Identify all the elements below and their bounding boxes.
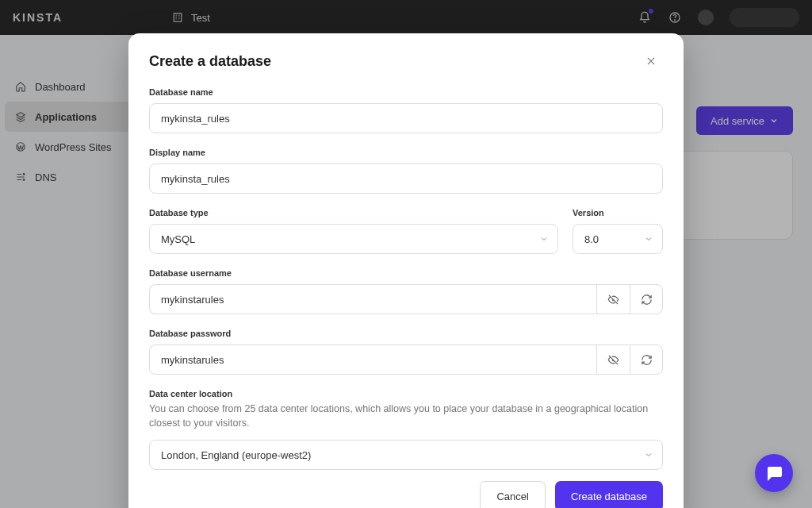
display-name-input[interactable] [149,164,663,194]
modal-title: Create a database [149,53,271,70]
create-database-button[interactable]: Create database [555,481,663,508]
username-input[interactable] [149,284,596,314]
version-select[interactable] [573,224,663,254]
label-username: Database username [149,268,663,278]
location-description: You can choose from 25 data center locat… [149,402,663,430]
visibility-toggle[interactable] [596,284,630,314]
regenerate-button[interactable] [630,344,663,375]
chat-launcher[interactable] [755,454,793,492]
regenerate-button[interactable] [630,284,663,314]
chat-icon [764,464,783,483]
visibility-toggle[interactable] [596,344,630,375]
refresh-icon [641,354,653,366]
label-version: Version [573,208,663,217]
eye-off-icon [607,294,619,306]
create-database-modal: Create a database Database name Display … [128,33,684,508]
password-input[interactable] [149,344,596,375]
database-type-select[interactable] [149,224,558,254]
close-icon [645,56,657,67]
label-db-type: Database type [149,208,558,217]
cancel-button[interactable]: Cancel [480,481,545,508]
eye-off-icon [607,354,619,366]
label-location: Data center location [149,389,663,398]
label-db-name: Database name [149,87,663,97]
location-select[interactable] [149,440,663,470]
label-password: Database password [149,329,663,338]
database-name-input[interactable] [149,103,663,133]
close-button[interactable] [645,52,663,70]
label-display-name: Display name [149,148,663,157]
refresh-icon [641,294,653,306]
